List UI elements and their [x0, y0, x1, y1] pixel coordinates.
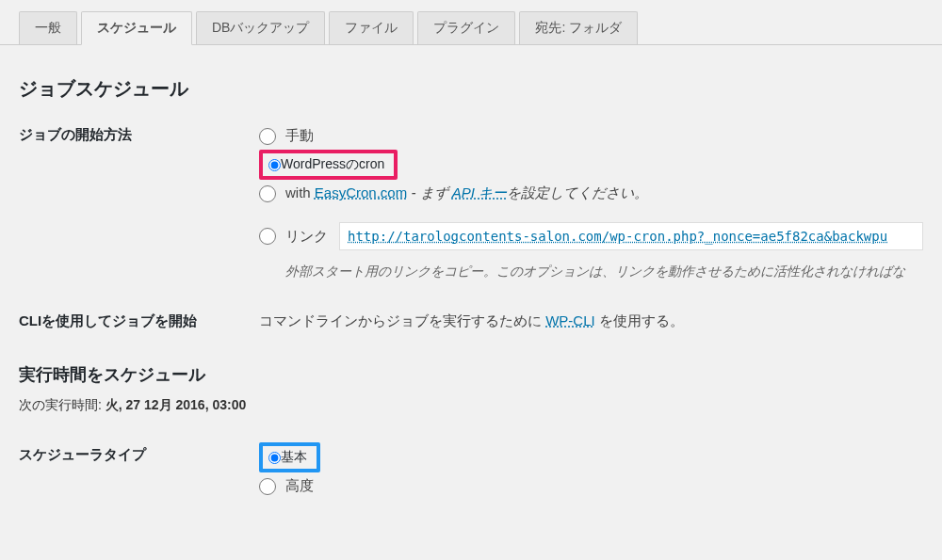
cli-prefix: コマンドラインからジョブを実行するために	[259, 312, 545, 328]
row-cli-start: CLIを使用してジョブを開始 コマンドラインからジョブを実行するために WP-C…	[19, 309, 923, 330]
label-cli-start: CLIを使用してジョブを開始	[19, 309, 259, 330]
radio-manual[interactable]	[259, 128, 276, 145]
link-hint: 外部スタート用のリンクをコピー。このオプションは、リンクを動作させるために活性化…	[259, 256, 923, 280]
label-advanced[interactable]: 高度	[285, 477, 314, 495]
label-scheduler-type: スケジューラタイプ	[19, 442, 259, 464]
radio-wp-cron[interactable]	[268, 159, 281, 171]
cli-suffix: を使用する。	[595, 312, 684, 328]
option-link-wrapper: リンク http://tarologcontents-salon.com/wp-…	[259, 216, 923, 280]
field-cli-start: コマンドラインからジョブを実行するために WP-CLI を使用する。	[259, 309, 923, 330]
option-basic-wrapper: 基本	[259, 442, 923, 472]
tab-bar: 一般 スケジュール DBバックアップ ファイル プラグイン 宛先: フォルダ	[0, 0, 942, 45]
heading-job-schedule: ジョブスケジュール	[19, 76, 923, 102]
tab-plugins[interactable]: プラグイン	[417, 11, 515, 44]
easycron-suffix: を設定してください。	[507, 184, 648, 200]
highlight-basic: 基本	[259, 442, 320, 472]
option-wp-cron-wrapper: WordPressのcron	[259, 150, 923, 180]
option-advanced: 高度	[259, 472, 923, 500]
next-run-value: 火, 27 12月 2016, 03:00	[106, 397, 246, 412]
radio-easycron[interactable]	[259, 185, 276, 202]
label-link: リンク	[285, 228, 328, 246]
heading-execution-time: 実行時間をスケジュール	[19, 363, 923, 386]
label-easycron[interactable]: with EasyCron.com - まず API キーを設定してください。	[285, 184, 648, 202]
label-basic[interactable]: 基本	[281, 449, 307, 466]
link-wp-cli[interactable]: WP-CLI	[545, 312, 595, 328]
field-start-method: 手動 WordPressのcron with EasyCron.com - まず…	[259, 122, 923, 280]
label-manual[interactable]: 手動	[285, 127, 314, 145]
radio-basic[interactable]	[268, 452, 281, 464]
option-link: リンク http://tarologcontents-salon.com/wp-…	[259, 216, 923, 256]
easycron-mid: - まず	[407, 184, 452, 200]
tab-db-backup[interactable]: DBバックアップ	[196, 11, 325, 44]
label-wp-cron[interactable]: WordPressのcron	[281, 156, 384, 173]
tab-destination[interactable]: 宛先: フォルダ	[519, 11, 638, 44]
radio-advanced[interactable]	[259, 478, 276, 495]
tab-schedule[interactable]: スケジュール	[81, 11, 192, 45]
link-easycron[interactable]: EasyCron.com	[315, 184, 407, 200]
radio-link[interactable]	[259, 228, 276, 245]
label-start-method: ジョブの開始方法	[19, 122, 259, 144]
row-start-method: ジョブの開始方法 手動 WordPressのcron with EasyCron…	[19, 122, 923, 280]
next-run: 次の実行時間: 火, 27 12月 2016, 03:00	[19, 397, 923, 414]
link-api-key[interactable]: API キー	[452, 184, 507, 200]
highlight-wp-cron: WordPressのcron	[259, 150, 398, 180]
link-url-display[interactable]: http://tarologcontents-salon.com/wp-cron…	[339, 222, 923, 250]
option-manual: 手動	[259, 122, 923, 150]
tab-files[interactable]: ファイル	[329, 11, 414, 44]
content-area: ジョブスケジュール ジョブの開始方法 手動 WordPressのcron wit…	[0, 45, 942, 523]
easycron-prefix: with	[285, 184, 315, 200]
option-easycron: with EasyCron.com - まず API キーを設定してください。	[259, 180, 923, 207]
tab-general[interactable]: 一般	[19, 11, 77, 44]
next-run-label: 次の実行時間:	[19, 397, 106, 412]
row-scheduler-type: スケジューラタイプ 基本 高度	[19, 442, 923, 500]
field-scheduler-type: 基本 高度	[259, 442, 923, 500]
